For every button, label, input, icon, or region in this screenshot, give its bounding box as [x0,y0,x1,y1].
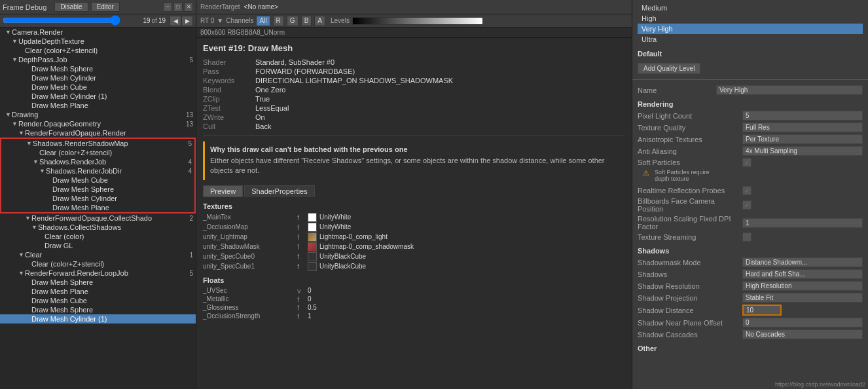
watermark: https://blog.csdp.net/wodownload2 [775,381,865,388]
tree-item-shadows-collectshadows[interactable]: ▼Shadows.CollectShadows [0,223,196,232]
texture-streaming-checkbox[interactable] [742,232,751,242]
shader-tab-preview[interactable]: Preview [203,185,243,197]
tree-item-draw-gl[interactable]: Draw GL [0,241,196,250]
tree-item-camera-render[interactable]: ▼Camera.Render [0,28,196,37]
tree-item-renderforward-opaque[interactable]: ▼RenderForwardOpaque.Render [0,128,196,138]
texture-row: unity_SpecCube0 f UnityBlackCube [203,252,625,261]
tree-item-draw-mesh-sphere2[interactable]: Draw Mesh Sphere [1,185,194,194]
float-value: 0 [308,295,312,303]
tree-arrow: ▼ [12,120,18,127]
texture-row: unity_Lightmap f Lightmap-0_comp_light [203,232,625,242]
tree-label: RenderForwardOpaque.Render [25,129,196,137]
tree-item-shadows-renderjob[interactable]: ▼Shadows.RenderJob4 [1,157,194,166]
billboards-face-checkbox[interactable] [742,200,751,210]
frame-current: 19 [143,17,150,24]
channel-g-button[interactable]: G [287,16,298,26]
tree-arrow: ▼ [31,224,38,231]
render-target-label: RenderTarget [200,3,240,10]
realtime-reflection-checkbox[interactable] [742,186,751,195]
frame-slider[interactable] [3,17,120,24]
tree-item-clear-color2[interactable]: Clear (color) [0,232,196,241]
quality-list: MediumHighVery HighUltra [632,0,868,47]
tree-item-renderforward-collect[interactable]: ▼RenderForwardOpaque.CollectShado2 [0,213,196,223]
levels-bar[interactable] [352,17,483,25]
tree-item-draw-mesh-sphere1[interactable]: Draw Mesh Sphere [0,64,196,73]
quality-item-high[interactable]: High [638,13,863,24]
prev-frame-button[interactable]: ◀ [170,16,181,26]
add-quality-button[interactable]: Add Quality Level [638,63,700,74]
quality-divider [632,79,868,80]
shader-tab-shaderproperties[interactable]: ShaderProperties [244,185,315,197]
tree-item-clear-color-z-stencil2[interactable]: Clear (color+Z+stencil) [1,148,194,157]
tree-item-drawing[interactable]: ▼Drawing13 [0,110,196,119]
tree-item-clear-color-z-stencil3[interactable]: Clear (color+Z+stencil) [0,259,196,269]
tree-item-draw-mesh-plane2[interactable]: Draw Mesh Plane [1,203,194,212]
tree-item-draw-mesh-plane1[interactable]: Draw Mesh Plane [0,101,196,110]
tree-count: 4 [181,168,194,175]
shadow-cascades-value[interactable]: No Cascades [742,329,863,339]
texture-value: UnityBlackCube [319,263,366,270]
texture-row: unity_ShadowMask f Lightmap-0_comp_shado… [203,242,625,251]
tree-item-clear-color-z-stencil1[interactable]: Clear (color+Z+stencil) [0,46,196,55]
minimize-icon[interactable]: ─ [163,3,172,12]
tree-item-shadows-rendershadowmap[interactable]: ▼Shadows.RenderShadowMap5 [1,139,194,148]
anti-aliasing-value[interactable]: 4x Multi Sampling [742,146,863,156]
tree-count: 5 [183,270,196,277]
close-icon[interactable]: ✕ [184,3,193,12]
shadow-projection-value[interactable]: Stable Fit [742,293,863,303]
tree-item-draw-mesh-plane3[interactable]: Draw Mesh Plane [0,287,196,296]
prop-row: ZClipTrue [203,95,625,103]
shadowmask-mode-value[interactable]: Distance Shadowm... [742,257,863,267]
shadow-distance-input[interactable]: 10 [742,305,782,316]
tree-label: Draw Mesh Cube [31,83,196,91]
texture-name: unity_SpecCube0 [203,253,295,260]
texture-quality-value[interactable]: Full Res [742,122,863,132]
tree-item-renderforward-renderloop[interactable]: ▼RenderForward.RenderLoopJob5 [0,269,196,278]
channel-all-button[interactable]: All [256,16,270,26]
texture-streaming-label: Texture Streaming [638,233,742,241]
texture-value: Lightmap-0_comp_light [319,233,388,240]
prop-key: Keywords [203,77,255,84]
editor-button[interactable]: Editor [91,2,120,12]
shadow-cascades-label: Shadow Cascades [638,331,742,339]
tree-item-draw-mesh-sphere3[interactable]: Draw Mesh Sphere [0,278,196,287]
tree-panel[interactable]: ▼Camera.Render▼UpdateDepthTextureClear (… [0,28,196,389]
tree-arrow: ▼ [18,270,25,276]
billboards-face-row: Billboards Face Camera Position [638,197,863,213]
props-section: Name Very High Rendering Pixel Light Cou… [632,83,868,358]
channel-a-button[interactable]: A [314,16,325,26]
shadow-resolution-value[interactable]: High Resolution [742,281,863,291]
tree-label: Draw Mesh Sphere [31,306,196,314]
event-content: Event #19: Draw Mesh ShaderStandard, Sub… [196,38,632,389]
tree-item-shadows-renderjobdir[interactable]: ▼Shadows.RenderJobDir4 [1,166,194,176]
channel-r-button[interactable]: R [273,16,284,26]
tree-item-draw-mesh-cylinder3[interactable]: Draw Mesh Cylinder [1,194,194,203]
channel-b-button[interactable]: B [301,16,312,26]
quality-item-medium[interactable]: Medium [638,3,863,13]
disable-button[interactable]: Disable [54,2,88,12]
shadows-value[interactable]: Hard and Soft Sha... [742,269,863,279]
tree-arrow: ▼ [5,111,12,118]
tree-item-render-opaque[interactable]: ▼Render.OpaqueGeometry13 [0,119,196,128]
rendering-header: Rendering [638,100,863,108]
tree-label: Draw Mesh Cube [31,297,196,305]
tree-item-draw-mesh-sphere4[interactable]: Draw Mesh Sphere [0,305,196,314]
next-frame-button[interactable]: ▶ [181,16,193,26]
tree-item-update-depth[interactable]: ▼UpdateDepthTexture [0,37,196,46]
add-quality-row: Default [632,47,868,60]
tree-item-depthpass-job[interactable]: ▼DepthPass.Job5 [0,55,196,64]
tree-item-draw-mesh-cube3[interactable]: Draw Mesh Cube [0,296,196,305]
tree-item-clear-section[interactable]: ▼Clear1 [0,250,196,259]
tree-item-draw-mesh-cube1[interactable]: Draw Mesh Cube [0,83,196,92]
tree-item-draw-mesh-cylinder4[interactable]: Draw Mesh Cylinder (1) [0,314,196,324]
tree-item-draw-mesh-cylinder1[interactable]: Draw Mesh Cylinder [0,73,196,83]
tree-item-draw-mesh-cube2[interactable]: Draw Mesh Cube [1,176,194,185]
prop-value: One Zero [255,86,285,94]
anisotropic-textures-value[interactable]: Per Texture [742,134,863,144]
quality-item-very-high[interactable]: Very High [638,24,863,34]
soft-particles-checkbox[interactable] [742,158,751,167]
maximize-icon[interactable]: □ [173,3,183,12]
tree-item-draw-mesh-cylinder2[interactable]: Draw Mesh Cylinder (1) [0,92,196,101]
quality-item-ultra[interactable]: Ultra [638,34,863,45]
tree-label: Clear [25,251,183,259]
